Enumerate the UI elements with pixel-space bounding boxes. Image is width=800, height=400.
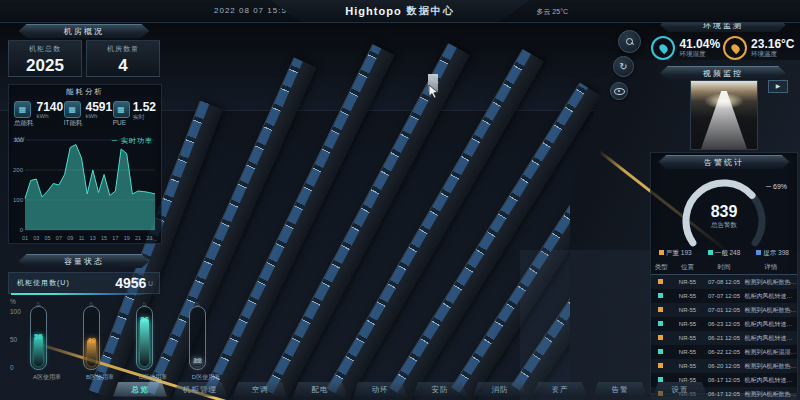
gauge-percent-label: ─ 69% bbox=[766, 183, 787, 190]
svg-text:21: 21 bbox=[135, 235, 141, 241]
alarm-table: 类型位置时间详情 NR-5507-08 12:05检测到A机柜散热器告警NR-5… bbox=[651, 261, 797, 400]
overview-panel-title: 机房概况 bbox=[19, 24, 150, 38]
power-area-chart: 0100200300010305070911131517192123 bbox=[9, 136, 159, 244]
energy-stat-icon: ▦ bbox=[14, 101, 31, 118]
alarm-type-icon bbox=[658, 363, 663, 368]
alarm-type-icon bbox=[658, 293, 663, 298]
energy-stat: ▦IT能耗4591kWh bbox=[64, 101, 112, 128]
svg-text:03: 03 bbox=[33, 235, 39, 241]
svg-text:11: 11 bbox=[79, 235, 85, 241]
svg-text:23: 23 bbox=[146, 235, 152, 241]
chart-legend: ─ 实时功率 bbox=[112, 136, 153, 146]
capacity-panel: 容量状态 机柜使用数(U) 4956 U % 100500 ♨55A区使用率♨4… bbox=[8, 252, 160, 380]
alarm-table-row[interactable]: NR-5506-21 12:05机柜内风机转速异常告警 bbox=[651, 331, 797, 345]
energy-panel: 能耗分析 ▦总能耗7140kWh▦IT能耗4591kWh▦PUE1.52实时 k… bbox=[8, 84, 162, 244]
zoom-icon[interactable] bbox=[618, 30, 641, 53]
video-panel: 视频监控 ▶ bbox=[650, 64, 796, 150]
svg-text:17: 17 bbox=[112, 235, 118, 241]
nav-item-资产[interactable]: 资产 bbox=[533, 382, 587, 397]
header-weather: 多云 25°C bbox=[536, 7, 568, 17]
svg-text:01: 01 bbox=[22, 235, 28, 241]
capacity-panel-title: 容量状态 bbox=[19, 254, 150, 268]
nav-item-配电[interactable]: 配电 bbox=[293, 382, 347, 397]
alarm-col-header: 详情 bbox=[744, 261, 797, 275]
alarm-total: 839 bbox=[651, 203, 797, 221]
chart-y-unit: kW bbox=[15, 136, 24, 143]
nav-item-设置[interactable]: 设置 bbox=[653, 382, 707, 397]
user-icon[interactable] bbox=[497, 5, 508, 16]
alarm-type-icon bbox=[658, 321, 663, 326]
header-emblem: Hightopo 数据中心 bbox=[270, 0, 530, 22]
environment-stats: 41.04%环境湿度23.16°C环境温度 bbox=[650, 36, 796, 60]
stat-label: 机房数量 bbox=[87, 44, 159, 54]
svg-text:07: 07 bbox=[56, 235, 62, 241]
play-button[interactable]: ▶ bbox=[768, 80, 788, 93]
alarm-table-row[interactable]: NR-5506-22 12:05检测到A机柜温湿度告警 bbox=[651, 345, 797, 359]
alarm-table-row[interactable]: NR-5507-01 12:05检测到A机柜散热器告警 bbox=[651, 303, 797, 317]
alarm-total-label: 总告警数 bbox=[651, 221, 797, 230]
energy-stat: ▦总能耗7140kWh bbox=[14, 101, 63, 128]
capacity-gauges: ♨55A区使用率♨49B区使用率♨86C区使用率♨12D区使用率 bbox=[30, 306, 223, 381]
alarm-table-row[interactable]: NR-5507-07 12:05机柜内风机转速异常告警 bbox=[651, 289, 797, 303]
mouse-cursor-icon bbox=[428, 84, 440, 100]
svg-text:200: 200 bbox=[13, 167, 24, 173]
page-title: 数据中心 bbox=[407, 4, 455, 18]
capacity-usage-row: 机柜使用数(U) 4956 U bbox=[8, 272, 160, 294]
svg-text:100: 100 bbox=[13, 197, 24, 203]
alarm-table-row[interactable]: NR-5507-08 12:05检测到A机柜散热器告警 bbox=[651, 275, 797, 290]
usage-value: 4956 bbox=[115, 275, 148, 291]
overview-panel: 机房概况 机柜总数2025机房数量4 bbox=[8, 22, 160, 74]
svg-text:19: 19 bbox=[124, 235, 130, 241]
bottom-nav: 总览机柜管理空调配电动环安防消防资产告警设置 bbox=[170, 380, 650, 398]
stat-label: 机柜总数 bbox=[9, 44, 81, 54]
nav-item-机柜管理[interactable]: 机柜管理 bbox=[173, 382, 227, 397]
capacity-gauge: ♨49B区使用率 bbox=[83, 306, 117, 381]
capacity-gauge: ♨12D区使用率 bbox=[189, 306, 223, 381]
brand-title: Hightopo bbox=[345, 5, 401, 17]
alarm-type-icon bbox=[658, 279, 663, 284]
svg-text:0: 0 bbox=[20, 227, 24, 233]
dashboard-root: ◷ 2022 08 07 15:54 Hightopo 数据中心 多云 25°C… bbox=[0, 0, 800, 400]
usage-label: 机柜使用数(U) bbox=[9, 278, 70, 288]
nav-item-消防[interactable]: 消防 bbox=[473, 382, 527, 397]
video-panel-title: 视频监控 bbox=[660, 66, 786, 80]
alarm-table-header: 类型位置时间详情 bbox=[651, 261, 797, 275]
usage-unit: U bbox=[148, 280, 159, 287]
svg-text:09: 09 bbox=[67, 235, 73, 241]
stat-value: 2025 bbox=[9, 56, 81, 76]
overview-stat: 机柜总数2025 bbox=[8, 40, 82, 77]
energy-stats: ▦总能耗7140kWh▦IT能耗4591kWh▦PUE1.52实时 bbox=[9, 97, 161, 128]
alarm-legend: 严重 193一般 248提示 398 bbox=[651, 249, 797, 258]
environment-stat: 23.16°C环境温度 bbox=[723, 36, 795, 60]
top-header: ◷ 2022 08 07 15:54 Hightopo 数据中心 多云 25°C bbox=[0, 0, 800, 23]
svg-text:15: 15 bbox=[101, 235, 107, 241]
nav-item-空调[interactable]: 空调 bbox=[233, 382, 287, 397]
nav-item-安防[interactable]: 安防 bbox=[413, 382, 467, 397]
energy-stat-icon: ▦ bbox=[64, 101, 81, 118]
gauge-axis-tick: 100 bbox=[10, 308, 21, 315]
stat-value: 4 bbox=[87, 56, 159, 76]
alarm-type-icon bbox=[658, 349, 663, 354]
alarm-table-row[interactable]: NR-5506-23 12:05机柜内风机转速异常告警 bbox=[651, 317, 797, 331]
alarm-type-icon bbox=[658, 307, 663, 312]
alarm-panel: 告警统计 ─ 69% 839 总告警数 严重 193一般 248提示 398 类… bbox=[650, 152, 798, 394]
energy-stat-icon: ▦ bbox=[113, 101, 130, 118]
gauge-axis-tick: 0 bbox=[10, 364, 14, 371]
alarm-legend-item: 一般 248 bbox=[708, 249, 741, 258]
nav-item-告警[interactable]: 告警 bbox=[593, 382, 647, 397]
temperature-icon bbox=[723, 36, 747, 60]
nav-item-总览[interactable]: 总览 bbox=[113, 382, 167, 397]
rotate-icon[interactable]: ↻ bbox=[613, 56, 634, 77]
alarm-legend-item: 提示 398 bbox=[756, 249, 789, 258]
nav-item-动环[interactable]: 动环 bbox=[353, 382, 407, 397]
eye-icon[interactable] bbox=[610, 82, 628, 100]
svg-text:05: 05 bbox=[45, 235, 51, 241]
overview-stat: 机房数量4 bbox=[86, 40, 160, 77]
capacity-gauge: ♨86C区使用率 bbox=[136, 306, 170, 381]
alarm-type-icon bbox=[658, 335, 663, 340]
video-feed-thumbnail[interactable] bbox=[690, 80, 758, 150]
alarm-legend-item: 严重 193 bbox=[659, 249, 692, 258]
alarm-col-header: 类型 bbox=[651, 261, 671, 275]
alarm-table-row[interactable]: NR-5506-20 12:05检测到A机柜散热器告警 bbox=[651, 359, 797, 373]
svg-text:13: 13 bbox=[90, 235, 96, 241]
